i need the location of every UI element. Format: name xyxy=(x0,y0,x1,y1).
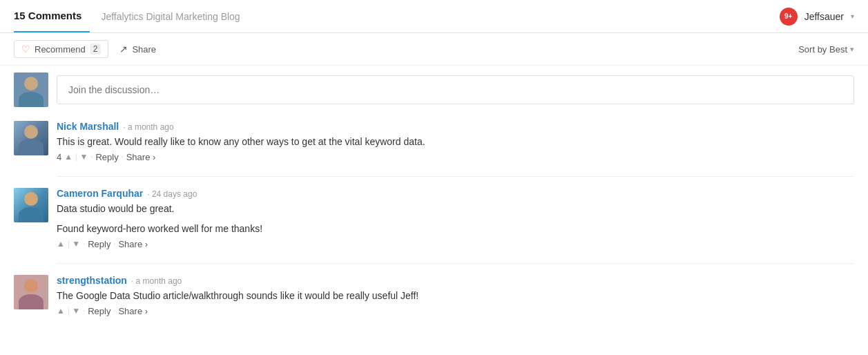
strength-comment-text: The Google Data Studio article/walkthrou… xyxy=(57,289,854,303)
strength-comment-body: strengthstation · a month ago The Google… xyxy=(57,275,854,316)
blog-name: Jeffalytics Digital Marketing Blog xyxy=(90,11,240,22)
header-left: 15 Comments Jeffalytics Digital Marketin… xyxy=(14,0,240,32)
sort-dropdown-arrow[interactable]: ▾ xyxy=(850,45,854,54)
recommend-button[interactable]: ♡ Recommend 2 xyxy=(14,40,108,58)
join-discussion-input[interactable] xyxy=(57,75,854,104)
strength-reply-button[interactable]: Reply xyxy=(88,306,110,316)
comments-count: 15 Comments xyxy=(14,10,90,32)
username-label: Jeffsauer xyxy=(804,11,844,22)
comment-divider-2 xyxy=(57,263,854,264)
share-button[interactable]: ↗ Share xyxy=(119,44,156,55)
header: 15 Comments Jeffalytics Digital Marketin… xyxy=(0,0,868,33)
heart-icon: ♡ xyxy=(21,44,30,55)
cameron-upvote-icon[interactable]: ▲ xyxy=(57,239,65,249)
nick-comment-body: Nick Marshall · a month ago This is grea… xyxy=(57,121,854,162)
nick-downvote-icon[interactable]: ▼ xyxy=(80,152,88,162)
nick-comment-text: This is great. Would really like to know… xyxy=(57,135,854,149)
user-dropdown-arrow[interactable]: ▾ xyxy=(851,12,854,20)
user-notification-badge: 9+ xyxy=(780,8,798,26)
nick-time: · a month ago xyxy=(123,122,173,132)
strength-name[interactable]: strengthstation xyxy=(57,275,127,286)
cameron-comment-body: Cameron Farquhar · 24 days ago Data stud… xyxy=(57,188,854,249)
cameron-avatar xyxy=(14,188,48,222)
cameron-comment-text-2: Found keyword-hero worked well for me th… xyxy=(57,222,854,236)
toolbar: ♡ Recommend 2 ↗ Share Sort by Best ▾ xyxy=(0,33,868,66)
strength-comment-row: strengthstation · a month ago The Google… xyxy=(14,275,854,316)
strength-downvote-icon[interactable]: ▼ xyxy=(72,306,80,316)
cameron-comment-actions: ▲ | ▼ · Reply · Share › xyxy=(57,239,854,249)
nick-avatar xyxy=(14,121,48,155)
cameron-comment-row: Cameron Farquhar · 24 days ago Data stud… xyxy=(14,188,854,249)
toolbar-right: Sort by Best ▾ xyxy=(798,44,854,55)
main-content: Nick Marshall · a month ago This is grea… xyxy=(0,66,868,337)
nick-upvote-icon[interactable]: ▲ xyxy=(64,152,73,162)
cameron-name[interactable]: Cameron Farquhar xyxy=(57,188,143,199)
sort-label[interactable]: Sort by Best xyxy=(798,44,847,55)
recommend-label: Recommend xyxy=(35,44,86,55)
nick-name[interactable]: Nick Marshall xyxy=(57,121,119,132)
nick-comment-header: Nick Marshall · a month ago xyxy=(57,121,854,132)
strength-time: · a month ago xyxy=(131,276,182,286)
cameron-reply-button[interactable]: Reply xyxy=(88,239,110,249)
recommend-count: 2 xyxy=(90,44,102,55)
cameron-share-link[interactable]: Share › xyxy=(118,239,148,249)
share-icon: ↗ xyxy=(119,44,128,55)
comment-divider xyxy=(57,176,854,177)
strength-share-link[interactable]: Share › xyxy=(118,306,148,316)
nick-reply-button[interactable]: Reply xyxy=(95,152,118,162)
current-user-avatar xyxy=(14,73,48,107)
strength-avatar xyxy=(14,275,48,309)
nick-comment-actions: 4 ▲ | ▼ · Reply · Share › xyxy=(57,152,854,162)
cameron-downvote-icon[interactable]: ▼ xyxy=(72,239,80,249)
cameron-comment-text-1: Data studio would be great. xyxy=(57,202,854,216)
join-discussion-row xyxy=(14,73,854,107)
strength-comment-header: strengthstation · a month ago xyxy=(57,275,854,286)
cameron-time: · 24 days ago xyxy=(147,189,197,199)
strength-upvote-icon[interactable]: ▲ xyxy=(57,306,65,316)
nick-share-link[interactable]: Share › xyxy=(126,152,156,162)
header-right: 9+ Jeffsauer ▾ xyxy=(780,8,854,26)
nick-vote-count: 4 xyxy=(57,152,61,162)
toolbar-left: ♡ Recommend 2 ↗ Share xyxy=(14,40,156,58)
comment-row: Nick Marshall · a month ago This is grea… xyxy=(14,121,854,162)
cameron-comment-header: Cameron Farquhar · 24 days ago xyxy=(57,188,854,199)
share-label: Share xyxy=(132,44,156,55)
strength-comment-actions: ▲ | ▼ · Reply · Share › xyxy=(57,306,854,316)
